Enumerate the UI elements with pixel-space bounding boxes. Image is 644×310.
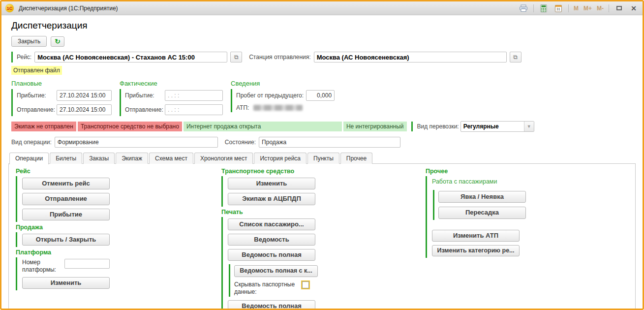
change-vehicle-button[interactable]: Изменить [228,178,315,189]
operation-kind-field[interactable]: Формирование [55,137,218,148]
tab-misc[interactable]: Прочее [340,153,372,164]
window-title: Диспетчеризация (1С:Предприятие) [19,5,118,12]
route-field-row: Рейс: Москва (АС Новоясеневская) - Стаха… [17,52,636,62]
full-sheet-with-k-button[interactable]: Ведомость полная с к... [234,265,318,277]
tab-operations[interactable]: Операции [9,153,49,164]
chevron-down-icon[interactable]: ▼ [524,122,534,131]
departure-station-field[interactable]: Москва (АС Новоясеневская) [314,52,507,62]
actual-arrival-field[interactable]: . . : : [165,90,223,101]
transport-type-label: Вид перевозки: [417,123,459,130]
planned-departure-field[interactable]: 27.10.2024 15:00 [57,104,112,115]
status-row: Экипаж не отправлен Транспортное средств… [11,121,636,132]
sale-group-title: Продажа [16,224,221,231]
actual-arrival-label: Прибытие: [125,92,162,99]
status-badge: Экипаж не отправлен [11,122,76,131]
print-sub-group: Ведомость полная с к... Скрывать паспорт… [229,264,318,297]
trip-field[interactable]: Москва (АС Новоясеневская) - Стаханов АС… [34,52,227,62]
tab-crew[interactable]: Экипаж [116,153,148,164]
passengers-sub-group: Явка / Неявка Пересадка [433,190,526,220]
platform-group-title: Платформа [16,249,221,256]
refresh-button[interactable]: ↻ [51,36,64,47]
actual-departure-label: Отправление: [125,106,162,113]
tab-seat-map[interactable]: Схема мест [149,153,193,164]
titlebar-separator [609,4,609,12]
column-vehicle-print: Транспортное средство Изменить Экипаж в … [221,166,426,308]
transfer-button[interactable]: Пересадка [438,207,526,218]
crew-to-acbpdp-button[interactable]: Экипаж в АЦБПДП [228,193,315,205]
status-badge: Транспортное средство не выбрано [78,122,182,131]
tab-orders[interactable]: Заказы [83,153,115,164]
mileage-field[interactable]: 0,000 [306,90,335,101]
titlebar: 1С Диспетчеризация (1С:Предприятие) 31 M… [1,1,643,15]
actual-group-title: Фактические [120,80,223,87]
platform-number-field[interactable] [64,259,110,269]
titlebar-separator [568,4,569,12]
status-badge: Интернет продажа открыта [184,122,342,131]
sheet-button[interactable]: Ведомость [228,234,315,246]
tab-strip: Операции Билеты Заказы Экипаж Схема мест… [9,153,636,164]
state-label: Состояние: [225,139,256,146]
hide-passport-label: Скрывать паспортные данные: [234,281,297,296]
tab-tickets[interactable]: Билеты [50,153,82,164]
form-toolbar: Закрыть ↻ [11,36,636,47]
atp-value-redacted [253,105,303,111]
memory-m-minus-button[interactable]: M- [597,4,604,13]
full-sheet-grouped-button[interactable]: Ведомость полная (с группировкой по ста.… [228,300,315,310]
print-group-title: Печать [221,209,426,216]
trip-label: Рейс: [17,54,31,61]
state-field[interactable]: Продажа [259,137,400,148]
tab-points[interactable]: Пункты [307,153,339,164]
other-group-title: Прочее [426,168,628,175]
trip-group-title: Рейс [16,168,221,175]
passenger-list-button[interactable]: Список пассажиро... [228,218,315,230]
maximize-icon[interactable] [614,4,624,13]
operations-tab-panel: Рейс Отменить рейс Отправление Прибытие … [8,163,636,310]
actual-departure-field[interactable]: . . : : [165,104,223,115]
svg-text:31: 31 [556,7,560,11]
change-atp-button[interactable]: Изменить АТП [432,230,520,242]
departure-station-label: Станция отправления: [249,54,310,61]
departure-button[interactable]: Отправление [22,193,110,205]
hide-passport-checkbox[interactable] [302,281,309,288]
group-divider [411,122,413,131]
cancel-trip-button[interactable]: Отменить рейс [22,178,110,189]
page-title: Диспетчеризация [11,20,636,31]
info-group-title: Сведения [231,80,335,87]
tab-trip-history[interactable]: История рейса [254,153,307,164]
full-sheet-grouped-line1: Ведомость полная [242,302,301,310]
trip-choose-icon[interactable]: ⧉ [230,52,242,62]
arrival-button[interactable]: Прибытие [22,209,110,220]
atp-label: АТП: [236,104,249,111]
station-choose-icon[interactable]: ⧉ [510,52,521,62]
times-section: Плановые Прибытие: 27.10.2024 15:00 Отпр… [11,80,636,116]
close-icon[interactable]: ✕ [629,4,639,13]
1c-logo-icon: 1С [5,4,14,12]
change-trip-category-button[interactable]: Изменить категорию ре... [432,245,520,257]
memory-m-plus-button[interactable]: M+ [583,4,592,13]
file-sent-status: Отправлен файл [11,66,62,75]
transport-type-value: Регулярные [461,122,524,131]
memory-m-button[interactable]: M [574,4,579,13]
operation-row: Вид операции: Формирование Состояние: Пр… [11,137,636,148]
close-form-button[interactable]: Закрыть [11,36,47,47]
actual-group: Фактические Прибытие: . . : : Отправлени… [120,80,223,116]
transport-type-select[interactable]: Регулярные ▼ [460,121,534,132]
app-window: 1С Диспетчеризация (1С:Предприятие) 31 M… [0,0,644,310]
calendar-icon[interactable]: 31 [553,4,563,13]
planned-group: Плановые Прибытие: 27.10.2024 15:00 Отпр… [11,80,112,116]
column-other: Прочее Работа с пассажирами Явка / Неявк… [426,166,628,308]
planned-group-title: Плановые [11,80,112,87]
show-noshow-button[interactable]: Явка / Неявка [438,191,526,203]
planned-departure-label: Отправление: [17,106,54,113]
full-sheet-button[interactable]: Ведомость полная [228,249,315,261]
platform-number-label: Номер платформы: [22,259,61,274]
tab-seat-history[interactable]: Хронология мест [194,153,253,164]
info-group: Сведения Пробег от предыдущего: 0,000 АТ… [231,80,335,116]
calculator-icon[interactable] [539,4,549,13]
change-platform-button[interactable]: Изменить [22,277,110,289]
passengers-subgroup-title: Работа с пассажирами [432,178,497,185]
planned-arrival-label: Прибытие: [17,92,54,99]
open-close-sale-button[interactable]: Открыть / Закрыть [22,234,110,246]
planned-arrival-field[interactable]: 27.10.2024 15:00 [57,90,112,101]
print-icon[interactable] [519,4,528,13]
